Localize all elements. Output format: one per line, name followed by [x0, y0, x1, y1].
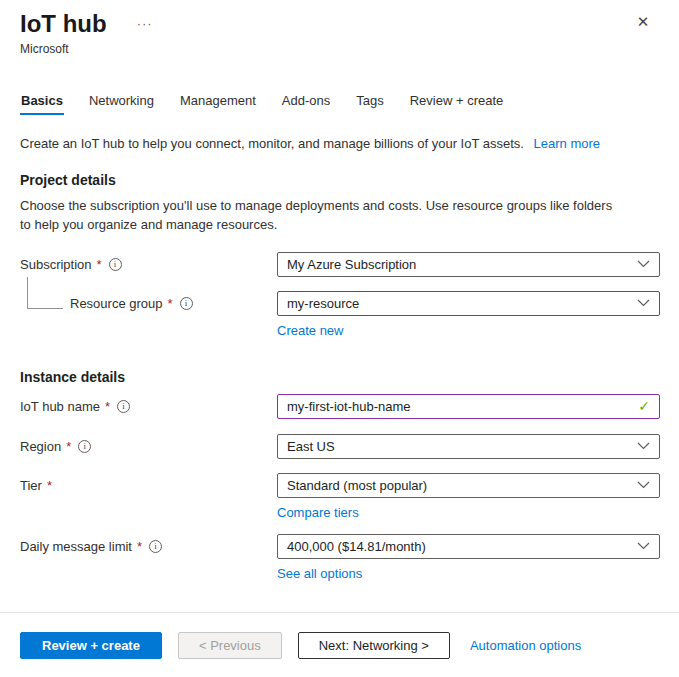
project-details-heading: Project details: [0, 172, 679, 188]
subscription-value: My Azure Subscription: [287, 257, 629, 272]
project-details-form: Subscription * i My Azure Subscription R…: [0, 252, 679, 338]
region-value: East US: [287, 439, 629, 454]
wizard-tabs: Basics Networking Management Add-ons Tag…: [0, 93, 679, 115]
info-icon[interactable]: i: [109, 258, 122, 271]
iot-hub-name-input[interactable]: [287, 399, 630, 414]
hierarchy-connector-line: [27, 277, 63, 309]
close-button[interactable]: ✕: [633, 12, 653, 32]
required-asterisk: *: [168, 296, 173, 311]
iot-hub-name-field: ✓: [277, 394, 660, 419]
chevron-down-icon: [637, 481, 650, 489]
daily-message-limit-value: 400,000 ($14.81/month): [287, 539, 629, 554]
panel-header: IoT hub ··· ✕ Microsoft: [0, 0, 679, 56]
more-options-button[interactable]: ···: [137, 19, 153, 29]
page-title: IoT hub: [20, 10, 107, 38]
chevron-down-icon: [637, 442, 650, 450]
chevron-down-icon: [637, 299, 650, 307]
valid-check-icon: ✓: [638, 398, 650, 414]
resource-group-row: Resource group * i my-resource Create ne…: [0, 291, 679, 338]
subscription-label: Subscription: [20, 257, 92, 272]
required-asterisk: *: [66, 439, 71, 454]
tier-dropdown[interactable]: Standard (most popular): [277, 473, 660, 498]
previous-button[interactable]: < Previous: [178, 632, 282, 659]
automation-options-link[interactable]: Automation options: [470, 638, 581, 653]
required-asterisk: *: [97, 257, 102, 272]
review-create-button[interactable]: Review + create: [20, 632, 162, 659]
close-icon: ✕: [637, 13, 650, 31]
resource-group-dropdown[interactable]: my-resource: [277, 291, 660, 316]
instance-details-heading: Instance details: [0, 369, 679, 385]
subscription-dropdown[interactable]: My Azure Subscription: [277, 252, 660, 277]
create-new-link[interactable]: Create new: [277, 323, 343, 338]
tab-networking[interactable]: Networking: [88, 93, 155, 115]
info-icon[interactable]: i: [78, 440, 91, 453]
iot-hub-name-row: IoT hub name * i ✓: [0, 394, 679, 419]
tier-value: Standard (most popular): [287, 478, 629, 493]
info-icon[interactable]: i: [180, 297, 193, 310]
project-details-description: Choose the subscription you'll use to ma…: [0, 197, 645, 235]
info-icon[interactable]: i: [149, 540, 162, 553]
intro-text: Create an IoT hub to help you connect, m…: [0, 136, 679, 151]
publisher-label: Microsoft: [20, 42, 659, 56]
required-asterisk: *: [137, 539, 142, 554]
required-asterisk: *: [47, 478, 52, 493]
region-dropdown[interactable]: East US: [277, 434, 660, 459]
compare-tiers-link[interactable]: Compare tiers: [277, 505, 359, 520]
daily-message-limit-label: Daily message limit: [20, 539, 132, 554]
tab-basics[interactable]: Basics: [20, 93, 64, 115]
tier-label: Tier: [20, 478, 42, 493]
daily-message-limit-dropdown[interactable]: 400,000 ($14.81/month): [277, 534, 660, 559]
see-all-options-link[interactable]: See all options: [277, 566, 362, 581]
subscription-row: Subscription * i My Azure Subscription: [0, 252, 679, 277]
resource-group-value: my-resource: [287, 296, 629, 311]
region-row: Region * i East US: [0, 434, 679, 459]
tab-add-ons[interactable]: Add-ons: [281, 93, 331, 115]
tab-management[interactable]: Management: [179, 93, 257, 115]
wizard-footer: Review + create < Previous Next: Network…: [0, 612, 679, 677]
daily-message-limit-row: Daily message limit * i 400,000 ($14.81/…: [0, 534, 679, 581]
tab-review-create[interactable]: Review + create: [409, 93, 505, 115]
iot-hub-name-label: IoT hub name: [20, 399, 100, 414]
tab-tags[interactable]: Tags: [355, 93, 384, 115]
learn-more-link[interactable]: Learn more: [534, 136, 600, 151]
chevron-down-icon: [637, 542, 650, 550]
chevron-down-icon: [637, 260, 650, 268]
required-asterisk: *: [105, 399, 110, 414]
create-iot-hub-panel: IoT hub ··· ✕ Microsoft Basics Networkin…: [0, 0, 679, 581]
info-icon[interactable]: i: [117, 400, 130, 413]
instance-details-form: IoT hub name * i ✓ Region * i East US: [0, 394, 679, 581]
tier-row: Tier * Standard (most popular) Compare t…: [0, 473, 679, 520]
ellipsis-icon: ···: [137, 16, 153, 31]
region-label: Region: [20, 439, 61, 454]
next-networking-button[interactable]: Next: Networking >: [298, 632, 450, 659]
